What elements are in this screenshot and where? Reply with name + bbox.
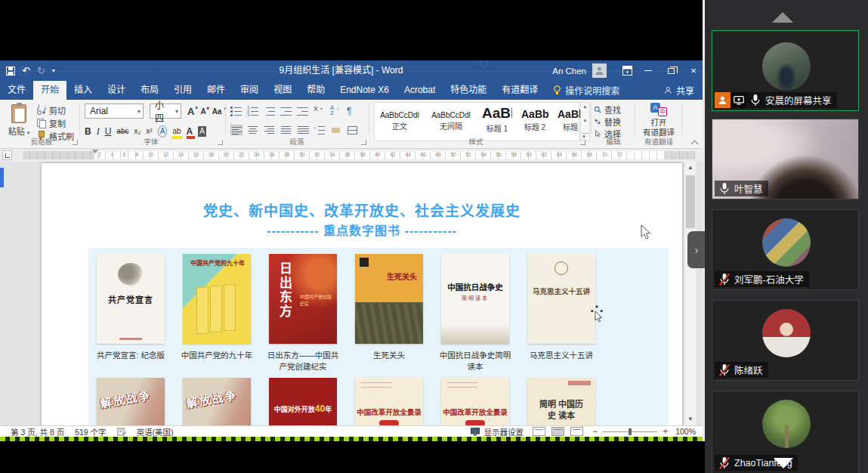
panel-collapse-button[interactable]: › [687, 231, 706, 268]
scrollbar-down-icon[interactable]: ▼ [684, 413, 697, 425]
align-center-icon[interactable] [247, 125, 259, 135]
align-right-icon[interactable] [264, 125, 276, 135]
style-heading1[interactable]: AaBb 标题 1 [477, 103, 517, 141]
restore-button[interactable] [659, 60, 682, 81]
participant-tile-video[interactable]: 叶智慧 [712, 119, 859, 199]
language-indicator[interactable]: 英语(美国) [137, 426, 174, 437]
close-button[interactable]: × [682, 60, 705, 81]
tab-view[interactable]: 视图 [266, 81, 299, 100]
account-name[interactable]: An Chen [552, 66, 586, 76]
style-no-spacing[interactable]: AaBbCcDdl 无间隔 [425, 103, 477, 141]
justify-icon[interactable] [280, 125, 292, 135]
paragraph-dialog-launcher[interactable] [361, 140, 366, 145]
font-color-button[interactable]: A [187, 126, 193, 137]
panel-scroll-down-icon[interactable] [774, 458, 793, 468]
shrink-font-button[interactable]: A▼ [200, 107, 205, 116]
read-mode-button[interactable] [533, 427, 545, 436]
show-marks-icon[interactable]: ¶ [347, 106, 351, 116]
tab-file[interactable]: 文件 [0, 81, 33, 100]
participant-tile-presenter[interactable]: 安晨的屏幕共享 [712, 30, 859, 111]
tab-home[interactable]: 开始 [33, 81, 66, 100]
highlight-color-button[interactable]: ab [172, 126, 181, 137]
scrollbar-up-icon[interactable]: ▲ [684, 162, 697, 174]
tab-insert[interactable]: 插入 [66, 81, 100, 100]
grow-font-button[interactable]: A▲ [187, 106, 194, 117]
multilevel-list-icon[interactable] [264, 106, 276, 116]
replace-button[interactable]: 替换 [594, 116, 633, 128]
tab-special-features[interactable]: 特色功能 [443, 81, 494, 100]
borders-icon[interactable] [347, 125, 359, 135]
decrease-indent-icon[interactable] [280, 106, 292, 116]
increase-indent-icon[interactable] [297, 106, 309, 116]
web-layout-button[interactable] [570, 427, 583, 436]
minimize-button[interactable] [637, 60, 659, 81]
tab-stop-selector[interactable] [2, 150, 12, 160]
bold-button[interactable]: B [85, 126, 91, 137]
copy-button[interactable]: 复制 [36, 116, 74, 129]
shading-icon[interactable] [330, 125, 342, 135]
tab-acrobat[interactable]: Acrobat [397, 81, 443, 100]
superscript-button[interactable]: x² [146, 126, 152, 137]
horizontal-ruler[interactable]: 2 4 6 8 10 12 14 16 18 20 22 24 26 28 30… [23, 151, 695, 159]
participant-tile[interactable]: 陈绪跃 [712, 300, 859, 381]
zoom-in-icon[interactable]: + [663, 428, 668, 435]
clipboard-dialog-launcher[interactable] [73, 140, 78, 145]
zoom-percentage[interactable]: 100% [675, 427, 696, 436]
line-spacing-icon[interactable]: ↕ [314, 125, 326, 135]
collapse-ribbon-icon[interactable] [691, 141, 699, 145]
participant-tile[interactable]: 刘军鹏-石油大学 [712, 209, 859, 290]
ribbon-display-options-icon[interactable] [617, 60, 637, 81]
scrollbar-thumb[interactable] [686, 175, 695, 228]
underline-button[interactable]: U [105, 126, 112, 137]
indent-marker[interactable] [92, 150, 98, 153]
qat-customize-icon[interactable]: ▾ [52, 68, 55, 74]
tell-me-box[interactable]: 操作说明搜索 [545, 81, 627, 100]
styles-scroll-up-icon[interactable]: ▲ [583, 104, 588, 109]
tab-youdao[interactable]: 有道翻译 [494, 81, 545, 100]
change-case-button[interactable]: Aa▾ [212, 107, 222, 116]
account-avatar[interactable] [592, 63, 607, 78]
subscript-button[interactable]: x₂ [134, 126, 141, 137]
tab-references[interactable]: 引用 [166, 81, 199, 100]
zoom-slider[interactable] [603, 431, 657, 432]
character-shading-button[interactable]: A [198, 126, 206, 137]
tab-review[interactable]: 审阅 [233, 81, 266, 100]
tab-layout[interactable]: 布局 [133, 81, 166, 100]
sort-icon[interactable]: AZ↓ [330, 106, 342, 116]
style-normal[interactable]: AaBbCcDdl 正文 [375, 103, 425, 141]
tab-mailings[interactable]: 邮件 [199, 81, 233, 100]
bullets-icon[interactable] [230, 106, 242, 116]
numbering-icon[interactable]: 123 [247, 106, 259, 116]
strikethrough-button[interactable]: abc [116, 126, 128, 137]
zoom-slider-thumb[interactable] [629, 428, 632, 435]
tab-endnote[interactable]: EndNote X6 [332, 81, 397, 100]
word-count[interactable]: 519 个字 [75, 426, 106, 437]
distribute-icon[interactable] [297, 125, 309, 135]
document-area[interactable]: 党史、新中国史、改革开放史、社会主义发展史 ----------- 重点数字图书… [0, 162, 705, 425]
style-heading2[interactable]: AaBbC 标题 2 [517, 103, 553, 141]
asian-layout-icon[interactable]: X▾ [314, 106, 326, 116]
cut-button[interactable]: 剪切 [36, 104, 74, 116]
document-page[interactable]: 党史、新中国史、改革开放史、社会主义发展史 ----------- 重点数字图书… [42, 163, 682, 425]
font-size-select[interactable]: 小四▾ [150, 104, 181, 119]
find-button[interactable]: 查找 [594, 104, 633, 116]
zoom-out-icon[interactable]: − [592, 428, 598, 435]
italic-button[interactable]: I [97, 126, 100, 137]
undo-icon[interactable]: ↶ [22, 66, 30, 76]
document-scrollbar[interactable]: ▲ ▼ [684, 162, 696, 425]
print-layout-button[interactable] [551, 427, 564, 436]
panel-scroll-up-icon[interactable] [772, 12, 793, 23]
font-dialog-launcher[interactable] [218, 140, 223, 145]
proofing-status-icon[interactable] [117, 428, 126, 436]
youdao-open-button[interactable]: A中 打开有道翻译 [638, 103, 679, 138]
page-indicator[interactable]: 第 3 页, 共 8 页 [11, 426, 64, 437]
display-settings-button[interactable]: 显示器设置 [471, 426, 524, 437]
align-left-icon[interactable] [230, 125, 242, 135]
redo-icon[interactable]: ↻ [37, 66, 45, 76]
tab-help[interactable]: 帮助 [299, 81, 332, 100]
save-icon[interactable] [6, 66, 15, 76]
tab-design[interactable]: 设计 [100, 81, 133, 100]
styles-scroll-down-icon[interactable]: ▼ [583, 119, 588, 123]
font-family-select[interactable]: Arial▾ [85, 104, 144, 119]
share-button[interactable]: 共享 [653, 81, 705, 100]
